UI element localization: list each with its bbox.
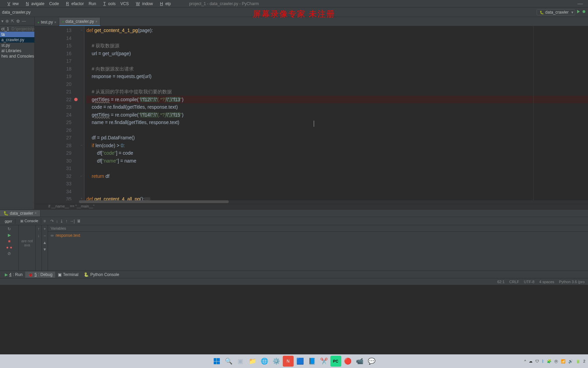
menu-vcs[interactable]: VCS <box>118 1 131 6</box>
watch-expression[interactable]: ∞ response.text <box>48 232 588 239</box>
step-into-icon[interactable]: ↓ <box>56 219 58 224</box>
tray-puzzle-icon[interactable]: 🧩 <box>547 359 552 364</box>
run-configuration-selector[interactable]: data_crawler <box>537 9 575 15</box>
close-icon[interactable]: × <box>54 20 56 24</box>
tray-ime-icon[interactable]: ㊥ <box>554 359 558 364</box>
watch-up-icon[interactable]: ▲ <box>43 240 47 245</box>
tree-item[interactable]: ct_1D:\projects\proje <box>0 26 34 32</box>
debug-button[interactable] <box>582 10 586 15</box>
menu-window[interactable]: Window <box>131 1 156 6</box>
step-out-icon[interactable]: ↑ <box>65 219 67 224</box>
editor-hscrollbar[interactable] <box>35 200 588 204</box>
code-line[interactable] <box>86 126 588 134</box>
menu-help[interactable]: Help <box>155 1 173 6</box>
tray-chevron-icon[interactable]: ^ <box>524 359 526 363</box>
code-line[interactable]: df["code"] = code <box>86 149 588 157</box>
watch-down-icon[interactable]: ▼ <box>43 247 47 252</box>
rerun-icon[interactable]: ↻ <box>7 227 11 231</box>
code-line[interactable]: if len(code) > 0: <box>86 142 588 150</box>
pycharm-icon[interactable]: PC <box>330 356 341 367</box>
wechat-icon[interactable]: 💬 <box>366 356 377 367</box>
code-line[interactable]: def get_content_4_all_pg():... <box>86 195 588 200</box>
fold-toggle[interactable]: ⌐ <box>79 172 84 180</box>
code-line[interactable] <box>86 188 588 196</box>
structure-breadcrumb[interactable]: if __name__ == "__main__" <box>35 204 588 209</box>
tree-item[interactable]: al Libraries <box>0 48 34 53</box>
app-icon-3[interactable]: 📘 <box>307 356 317 367</box>
close-icon[interactable]: × <box>35 211 37 215</box>
code-line[interactable] <box>86 34 588 42</box>
mute-breakpoints-icon[interactable]: ⊘ <box>7 251 11 256</box>
tray-onedrive-icon[interactable]: ☁ <box>529 359 533 364</box>
tree-item[interactable]: a_crawler.py <box>0 37 34 43</box>
frame-down-icon[interactable]: ↓ <box>38 233 40 238</box>
run-button[interactable] <box>576 10 581 15</box>
add-watch-icon[interactable]: + <box>44 227 46 231</box>
menu-refactor[interactable]: Refactor <box>61 1 86 6</box>
menu-navigate[interactable]: Navigate <box>21 1 47 6</box>
tree-item[interactable]: hes and Consoles <box>0 53 34 59</box>
code-line[interactable] <box>86 57 588 65</box>
code-line[interactable]: # 获取数据源 <box>86 42 588 50</box>
app-icon-1[interactable]: N <box>283 356 294 367</box>
python-interpreter[interactable]: Python 3.6 (pro <box>559 280 585 284</box>
fold-toggle[interactable] <box>79 34 84 42</box>
run-to-cursor-icon[interactable]: →| <box>69 219 75 224</box>
app-icon-4[interactable]: ✂️ <box>318 356 329 367</box>
step-into-my-icon[interactable]: ⤓ <box>60 219 63 224</box>
editor-tab[interactable]: ●test.py× <box>35 18 59 26</box>
explorer-icon[interactable]: 📁 <box>247 356 258 367</box>
code-line[interactable]: # 从返回的字符串中提取我们要的数据 <box>86 88 588 96</box>
screen-recorder-icon[interactable]: 📹 <box>354 356 365 367</box>
code-line[interactable]: # 向数据源发出请求 <box>86 65 588 73</box>
code-line[interactable]: return df <box>86 172 588 180</box>
fold-toggle[interactable] <box>79 49 84 57</box>
terminal-tool-button[interactable]: ▣ Terminal <box>55 272 81 278</box>
breakpoint-icon[interactable] <box>74 98 78 101</box>
tray-wifi-icon[interactable]: 📶 <box>561 359 566 364</box>
settings-icon[interactable]: ⚙️ <box>271 356 282 367</box>
code-editor[interactable]: 1314151617181920212223242526272829303132… <box>35 26 588 200</box>
fold-toggle[interactable] <box>79 65 84 73</box>
fold-toggle[interactable] <box>79 157 84 165</box>
fold-toggle[interactable] <box>79 88 84 95</box>
app-icon-2[interactable]: 🟦 <box>295 356 306 367</box>
fold-toggle[interactable] <box>79 118 84 126</box>
collapse-icon[interactable]: ⇱ <box>11 19 14 24</box>
code-line[interactable] <box>86 165 588 172</box>
tray-shield-icon[interactable]: 🛡 <box>535 359 539 363</box>
fold-toggle[interactable] <box>79 126 84 134</box>
search-icon[interactable]: 🔍 <box>223 356 234 367</box>
tray-bluetooth-icon[interactable]: ᛒ <box>542 359 544 363</box>
tray-battery-icon[interactable]: 🔋 <box>576 359 581 364</box>
resume-icon[interactable]: ▶ <box>8 233 11 237</box>
file-encoding[interactable]: UTF-8 <box>524 280 535 284</box>
evaluate-icon[interactable]: 🖩 <box>77 219 81 224</box>
fold-column[interactable]: −−⌐+ <box>79 26 84 200</box>
chrome-icon[interactable]: 🔴 <box>342 356 353 367</box>
fold-toggle[interactable] <box>79 111 84 119</box>
editor-tab[interactable]: ●data_crawler.py× <box>59 18 100 26</box>
caret-position[interactable]: 62:1 <box>497 280 504 284</box>
code-line[interactable]: def get_content_4_1_pg(page): <box>86 27 588 34</box>
menu-code[interactable]: Code <box>47 1 61 6</box>
start-button[interactable] <box>211 356 222 367</box>
code-line[interactable]: df = pd.DataFrame() <box>86 134 588 142</box>
view-breakpoints-icon[interactable]: ● ● <box>6 245 12 250</box>
fold-toggle[interactable]: − <box>79 26 84 34</box>
fold-toggle[interactable] <box>79 57 84 65</box>
fold-toggle[interactable]: + <box>79 195 84 200</box>
fold-toggle[interactable] <box>79 103 84 111</box>
fold-toggle[interactable] <box>79 80 84 88</box>
python-console-tool-button[interactable]: 🐍 Python Console <box>81 272 122 278</box>
step-over-icon[interactable]: ↷ <box>50 219 54 224</box>
project-tree[interactable]: ct_1D:\projects\projetaa_crawler.pyst.py… <box>0 26 34 60</box>
edge-icon[interactable]: 🌐 <box>259 356 270 367</box>
close-icon[interactable]: × <box>95 20 97 24</box>
gutter[interactable]: 1314151617181920212223242526272829303132… <box>35 26 79 200</box>
fold-toggle[interactable] <box>79 72 84 80</box>
code-line[interactable]: getTitles = re.compile("\"f12\":\"(.*?)\… <box>86 96 588 104</box>
breadcrumb[interactable]: data_crawler.py <box>0 10 31 15</box>
gear-icon[interactable]: ✿ <box>16 19 20 24</box>
fold-toggle[interactable] <box>79 42 84 49</box>
